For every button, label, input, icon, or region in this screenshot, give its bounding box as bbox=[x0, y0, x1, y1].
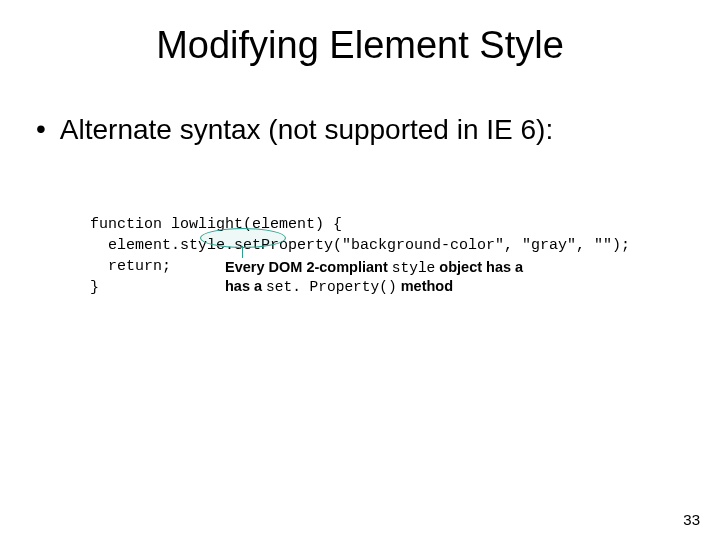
code-line-3: return; bbox=[90, 258, 171, 275]
code-line-2: element.style.setProperty("background-co… bbox=[90, 237, 630, 254]
annotation-hasa: has a bbox=[225, 278, 266, 294]
annotation-code-setproperty: set. Property() bbox=[266, 279, 397, 295]
callout-connector bbox=[242, 246, 243, 258]
annotation-suffix: method bbox=[397, 278, 453, 294]
annotation-code-style: style bbox=[392, 260, 436, 276]
annotation-text: Every DOM 2-compliant style object has a… bbox=[225, 258, 523, 296]
code-line-4: } bbox=[90, 279, 99, 296]
annotation-mid: object has a bbox=[435, 259, 523, 275]
slide: Modifying Element Style • Alternate synt… bbox=[0, 24, 720, 540]
bullet-marker: • bbox=[36, 113, 46, 145]
annotation-prefix: Every DOM 2-compliant bbox=[225, 259, 392, 275]
callout-oval bbox=[200, 228, 286, 248]
bullet-text: Alternate syntax (not supported in IE 6)… bbox=[60, 113, 553, 147]
slide-title: Modifying Element Style bbox=[0, 24, 720, 67]
bullet-item: • Alternate syntax (not supported in IE … bbox=[0, 113, 720, 147]
page-number: 33 bbox=[683, 511, 700, 528]
